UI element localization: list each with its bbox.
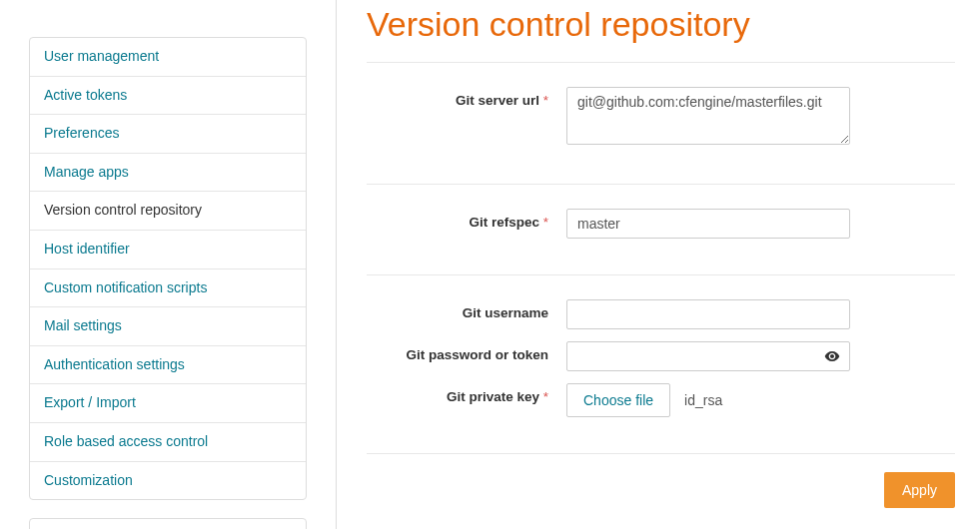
sidebar-item-authentication[interactable]: Authentication settings bbox=[30, 346, 306, 385]
form-row-git-password: Git password or token bbox=[367, 341, 955, 371]
sidebar-item-preferences[interactable]: Preferences bbox=[30, 115, 306, 154]
choose-file-button[interactable]: Choose file bbox=[566, 383, 670, 417]
settings-nav: User management Active tokens Preference… bbox=[29, 37, 307, 500]
label-git-private-key: Git private key * bbox=[367, 383, 566, 404]
sidebar-item-customization[interactable]: Customization bbox=[30, 462, 306, 500]
eye-icon[interactable] bbox=[824, 348, 840, 364]
about-nav: About CFEngine bbox=[29, 518, 307, 529]
sidebar-item-rbac[interactable]: Role based access control bbox=[30, 423, 306, 462]
form-section-refspec: Git refspec * bbox=[367, 185, 955, 274]
label-git-username: Git username bbox=[367, 299, 566, 320]
page-title: Version control repository bbox=[367, 5, 955, 44]
sidebar-item-manage-apps[interactable]: Manage apps bbox=[30, 154, 306, 193]
form-footer: Apply bbox=[367, 454, 955, 508]
label-git-server-url: Git server url * bbox=[367, 87, 566, 108]
form-row-git-server-url: Git server url * git@github.com:cfengine… bbox=[367, 87, 955, 148]
settings-sidebar: User management Active tokens Preference… bbox=[0, 0, 337, 529]
sidebar-item-about[interactable]: About CFEngine bbox=[30, 519, 306, 529]
input-git-server-url[interactable]: git@github.com:cfengine/masterfiles.git bbox=[566, 87, 850, 145]
sidebar-item-version-control[interactable]: Version control repository bbox=[30, 192, 306, 231]
form-row-git-refspec: Git refspec * bbox=[367, 209, 955, 239]
form-row-git-username: Git username bbox=[367, 299, 955, 329]
sidebar-item-active-tokens[interactable]: Active tokens bbox=[30, 77, 306, 116]
input-git-password[interactable] bbox=[566, 341, 850, 371]
sidebar-item-user-management[interactable]: User management bbox=[30, 38, 306, 77]
main-content: Version control repository Git server ur… bbox=[337, 0, 980, 529]
input-git-username[interactable] bbox=[566, 299, 850, 329]
sidebar-item-export-import[interactable]: Export / Import bbox=[30, 384, 306, 423]
file-name-display: id_rsa bbox=[684, 392, 722, 408]
sidebar-item-host-identifier[interactable]: Host identifier bbox=[30, 231, 306, 269]
form-section-server: Git server url * git@github.com:cfengine… bbox=[367, 63, 955, 184]
label-git-refspec: Git refspec * bbox=[367, 209, 566, 230]
sidebar-item-custom-notification[interactable]: Custom notification scripts bbox=[30, 269, 306, 308]
form-row-git-private-key: Git private key * Choose file id_rsa bbox=[367, 383, 955, 417]
label-git-password: Git password or token bbox=[367, 341, 566, 362]
input-git-refspec[interactable] bbox=[566, 209, 850, 239]
sidebar-item-mail-settings[interactable]: Mail settings bbox=[30, 307, 306, 346]
apply-button[interactable]: Apply bbox=[884, 472, 955, 508]
form-section-credentials: Git username Git password or token bbox=[367, 275, 955, 453]
